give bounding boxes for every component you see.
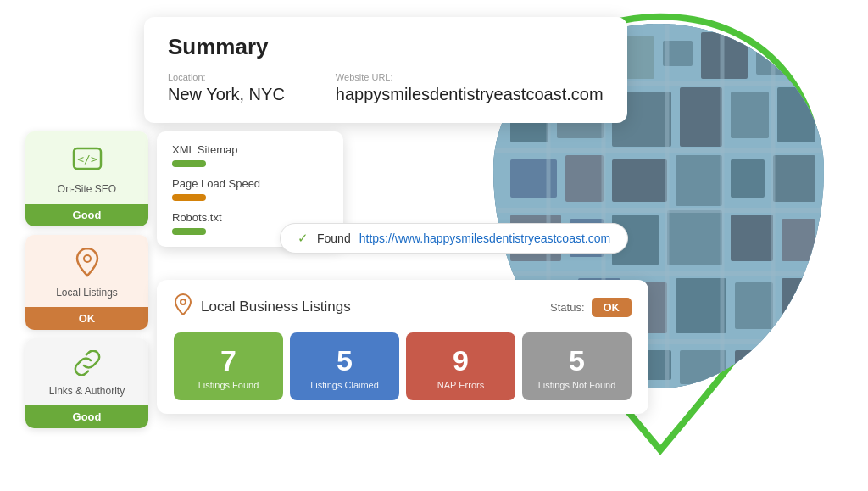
svg-rect-12 — [777, 87, 815, 142]
svg-point-49 — [84, 255, 91, 262]
link-icon — [72, 350, 103, 380]
svg-rect-18 — [773, 155, 815, 202]
listings-not-found-stat: 5 Listings Not Found — [522, 332, 632, 400]
svg-rect-34 — [680, 350, 726, 384]
svg-rect-35 — [735, 350, 773, 380]
svg-rect-6 — [756, 41, 807, 75]
on-site-seo-status: Good — [25, 204, 148, 226]
svg-rect-23 — [731, 215, 773, 261]
xml-sitemap-bar — [172, 160, 206, 167]
listings-stats: 7 Listings Found 5 Listings Claimed 9 NA… — [174, 332, 632, 400]
sidebar-card-on-site-seo[interactable]: </> On-Site SEO Good — [25, 131, 148, 226]
page-load-speed-check: Page Load Speed — [172, 177, 328, 201]
svg-rect-10 — [680, 87, 722, 147]
svg-rect-11 — [731, 92, 769, 138]
local-listings-status: OK — [25, 307, 148, 330]
listings-location-icon — [174, 293, 192, 321]
listings-found-number: 7 — [182, 346, 275, 375]
local-listings-card: Local Business Listings Status: OK 7 Lis… — [157, 280, 648, 414]
listings-claimed-label: Listings Claimed — [298, 380, 391, 390]
links-authority-label: Links & Authority — [49, 385, 125, 397]
listings-not-found-number: 5 — [531, 346, 623, 375]
page-load-speed-bar — [172, 194, 206, 201]
url-label: Website URL: — [336, 72, 604, 82]
xml-sitemap-label: XML Sitemap — [172, 143, 328, 156]
location-pin-icon — [75, 247, 100, 282]
robots-txt-bar — [172, 228, 206, 235]
found-text: Found — [317, 232, 351, 245]
svg-rect-36 — [782, 350, 815, 384]
nap-errors-label: NAP Errors — [415, 380, 507, 390]
status-label: Status: — [550, 301, 584, 314]
svg-rect-28 — [676, 278, 726, 333]
svg-point-50 — [181, 299, 186, 304]
svg-rect-15 — [612, 159, 667, 202]
xml-sitemap-check: XML Sitemap — [172, 143, 328, 167]
summary-card: Summary Location: New York, NYC Website … — [144, 17, 627, 123]
url-value: happysmilesdentistryeastcoast.com — [336, 85, 604, 104]
svg-rect-14 — [565, 155, 604, 202]
url-field: Website URL: happysmilesdentistryeastcoa… — [336, 72, 604, 104]
location-value: New York, NYC — [168, 85, 285, 104]
svg-rect-16 — [676, 155, 722, 206]
svg-rect-29 — [735, 282, 773, 329]
summary-title: Summary — [168, 34, 604, 60]
on-site-seo-label: On-Site SEO — [58, 183, 116, 195]
location-field: Location: New York, NYC — [168, 72, 285, 104]
local-listings-label: Local Listings — [56, 287, 118, 299]
nap-errors-number: 9 — [415, 346, 507, 375]
sidebar-card-local-listings[interactable]: Local Listings OK — [25, 235, 148, 330]
listings-claimed-number: 5 — [298, 346, 391, 375]
robots-txt-label: Robots.txt — [172, 211, 328, 224]
checkmark-icon: ✓ — [298, 231, 309, 246]
sidebar-card-links-authority[interactable]: Links & Authority Good — [25, 338, 148, 428]
links-authority-status: Good — [25, 405, 148, 428]
listings-found-stat: 7 Listings Found — [174, 332, 283, 400]
code-icon: </> — [72, 143, 103, 178]
svg-rect-30 — [782, 278, 815, 333]
svg-rect-24 — [782, 219, 815, 261]
svg-rect-17 — [731, 159, 765, 198]
robots-url-link[interactable]: https://www.happysmilesdentistryeastcoas… — [359, 232, 610, 245]
listings-found-label: Listings Found — [182, 380, 275, 390]
robots-found-bar: ✓ Found https://www.happysmilesdentistry… — [280, 223, 628, 254]
svg-text:</>: </> — [77, 153, 97, 165]
sidebar: </> On-Site SEO Good Local Listings OK — [25, 131, 148, 428]
listings-claimed-stat: 5 Listings Claimed — [290, 332, 399, 400]
listings-title: Local Business Listings — [201, 299, 351, 315]
status-badge: OK — [592, 298, 632, 317]
listings-not-found-label: Listings Not Found — [531, 380, 623, 390]
svg-rect-22 — [667, 210, 722, 265]
location-label: Location: — [168, 72, 285, 82]
page-load-speed-label: Page Load Speed — [172, 177, 328, 190]
nap-errors-stat: 9 NAP Errors — [406, 332, 515, 400]
